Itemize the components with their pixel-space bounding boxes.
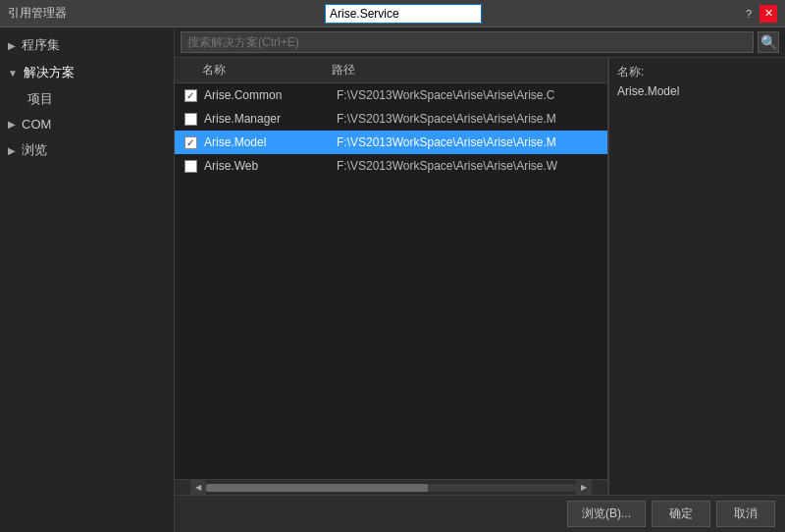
info-value: Arise.Model (617, 84, 777, 98)
row-path: F:\VS2013WorkSpace\Arise\Arise\Arise.W (337, 159, 607, 173)
row-name: Arise.Manager (204, 112, 337, 126)
table-row[interactable]: ✓ Arise.Common F:\VS2013WorkSpace\Arise\… (175, 83, 607, 107)
table-body: ✓ Arise.Common F:\VS2013WorkSpace\Arise\… (175, 83, 607, 479)
sidebar-item-label: 项目 (27, 91, 53, 106)
scroll-right-arrow[interactable]: ▶ (576, 480, 592, 496)
footer: 浏览(B)... 确定 取消 (175, 495, 785, 532)
row-path: F:\VS2013WorkSpace\Arise\Arise\Arise.C (337, 88, 607, 102)
table-row[interactable]: Arise.Web F:\VS2013WorkSpace\Arise\Arise… (175, 154, 607, 178)
search-input[interactable] (181, 31, 754, 53)
info-label: 名称: (617, 64, 777, 80)
content-area: 🔍 名称 路径 ✓ Arise.Common (175, 27, 785, 532)
checkbox-icon: ✓ (184, 136, 197, 149)
checkbox-icon: ✓ (184, 89, 197, 102)
close-button[interactable]: ✕ (759, 5, 777, 23)
sidebar-item-label: COM (22, 117, 51, 132)
sidebar-item-browse[interactable]: ▶ 浏览 (0, 136, 174, 164)
title-bar: 引用管理器 ? ✕ (0, 0, 785, 27)
sidebar-item-assemblies[interactable]: ▶ 程序集 (0, 31, 174, 59)
header-path: 路径 (332, 62, 607, 79)
scrollbar-track[interactable] (206, 484, 576, 492)
scroll-left-arrow[interactable]: ◀ (190, 480, 206, 496)
row-name: Arise.Common (204, 88, 337, 102)
header-name: 名称 (175, 62, 332, 79)
window-controls: ? ✕ (740, 5, 777, 23)
row-checkbox[interactable] (181, 113, 200, 126)
table-row[interactable]: ✓ Arise.Model F:\VS2013WorkSpace\Arise\A… (175, 131, 607, 154)
checkbox-icon (184, 113, 197, 126)
sidebar-item-label: 程序集 (22, 36, 60, 54)
sidebar-item-label: 浏览 (22, 141, 47, 159)
row-checkbox[interactable] (181, 160, 200, 173)
sidebar: ▶ 程序集 ▼ 解决方案 项目 ▶ COM ▶ 浏览 (0, 27, 175, 532)
arrow-icon: ▶ (8, 119, 16, 130)
browse-button[interactable]: 浏览(B)... (567, 501, 646, 527)
confirm-button[interactable]: 确定 (652, 501, 710, 527)
scrollbar-area: ◀ ▶ (175, 479, 607, 495)
row-path: F:\VS2013WorkSpace\Arise\Arise\Arise.M (337, 135, 607, 149)
table-wrapper: 名称 路径 ✓ Arise.Common F:\VS2013WorkSpace\… (175, 58, 785, 495)
sidebar-item-project[interactable]: 项目 (0, 86, 174, 112)
row-checkbox[interactable]: ✓ (181, 136, 200, 149)
row-path: F:\VS2013WorkSpace\Arise\Arise\Arise.M (337, 112, 607, 126)
table-header: 名称 路径 (175, 58, 607, 83)
row-name: Arise.Web (204, 159, 337, 173)
arrow-icon: ▶ (8, 40, 16, 51)
table-row[interactable]: Arise.Manager F:\VS2013WorkSpace\Arise\A… (175, 107, 607, 131)
title-input[interactable] (325, 4, 482, 24)
sidebar-item-com[interactable]: ▶ COM (0, 112, 174, 136)
scrollbar-thumb (206, 484, 428, 492)
search-bar: 🔍 (175, 27, 785, 58)
row-name: Arise.Model (204, 135, 337, 149)
sidebar-item-label: 解决方案 (24, 64, 75, 81)
sidebar-item-solution[interactable]: ▼ 解决方案 (0, 59, 174, 86)
info-panel: 名称: Arise.Model (608, 58, 785, 495)
row-checkbox[interactable]: ✓ (181, 89, 200, 102)
help-button[interactable]: ? (740, 5, 758, 23)
title-text: 引用管理器 (8, 5, 67, 22)
search-button[interactable]: 🔍 (758, 31, 779, 53)
table-left: 名称 路径 ✓ Arise.Common F:\VS2013WorkSpace\… (175, 58, 608, 495)
main-layout: ▶ 程序集 ▼ 解决方案 项目 ▶ COM ▶ 浏览 🔍 (0, 27, 785, 532)
checkbox-icon (184, 160, 197, 173)
arrow-icon: ▶ (8, 145, 16, 156)
arrow-icon: ▼ (8, 68, 18, 79)
cancel-button[interactable]: 取消 (716, 501, 775, 527)
